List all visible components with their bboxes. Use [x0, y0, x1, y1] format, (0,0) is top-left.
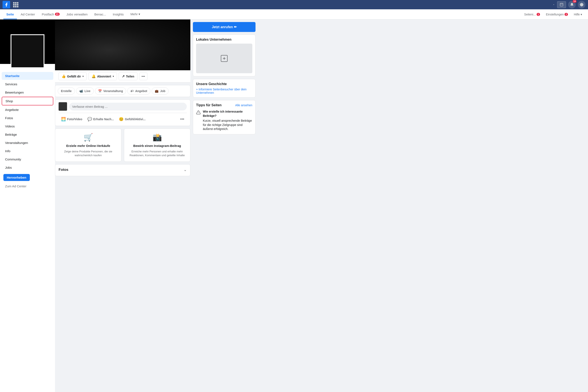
- abonniert-button[interactable]: 🔔 Abonniert ▾: [88, 72, 117, 80]
- angebot-label: Angebot: [135, 89, 147, 93]
- tab-seite[interactable]: Seite: [3, 10, 17, 19]
- gefuehl-icon: 😊: [119, 117, 124, 122]
- sidebar-item-services[interactable]: Services: [2, 80, 53, 88]
- tab-ad-center[interactable]: Ad Center: [18, 10, 38, 19]
- nachrichten-label: Erhalte Nach...: [93, 118, 114, 121]
- tip-text: Wie erstelle ich interessante Beiträge? …: [203, 110, 252, 131]
- create-post-tabs: 🌅 Foto/Video 💬 Erhalte Nach... 😊 Gefühl/…: [59, 113, 187, 123]
- create-post-area: Verfasse einen Beitrag ... 🌅 Foto/Video …: [55, 100, 190, 126]
- apps-grid-icon[interactable]: [13, 2, 18, 8]
- postfach-badge: 21: [55, 13, 60, 16]
- photos-section: Fotos ⌄: [55, 164, 190, 176]
- tab-einstellungen[interactable]: Einstellungen 2: [543, 11, 571, 18]
- sidebar-item-shop[interactable]: Shop: [2, 97, 53, 106]
- topbar: 14: [0, 0, 588, 9]
- hervorheben-button[interactable]: Hervorheben: [3, 174, 30, 181]
- nachrichten-tab[interactable]: 💬 Erhalte Nach...: [85, 115, 116, 123]
- instagram-desc: Erreiche mehr Personen und erhalte mehr …: [128, 150, 187, 157]
- right-sidebar: Jetzt anrufen ✏ Lokales Unternehmen Unse…: [190, 20, 258, 392]
- facebook-logo[interactable]: [2, 1, 10, 8]
- job-label: Job: [160, 89, 165, 93]
- photos-title: Fotos: [59, 168, 68, 172]
- stories-tabs-row: Erstelle 📹 Live 📅 Veranstaltung 🏷 Angebo…: [55, 85, 190, 97]
- job-icon: 💼: [155, 89, 158, 93]
- shop-row-wrapper: Shop: [0, 97, 55, 106]
- tab-insights[interactable]: Insights: [110, 10, 127, 19]
- seiteni-badge: 1: [537, 13, 540, 16]
- more-options-button[interactable]: •••: [139, 72, 147, 80]
- promote-card-online-sales[interactable]: 🛒 Erziele mehr Online-Verkäufe Zeige dei…: [55, 128, 121, 162]
- sidebar-nav: Startseite Services Bewertungen Shop Ang…: [0, 70, 55, 191]
- notifications-button[interactable]: 14: [568, 1, 576, 8]
- veranstaltung-icon: 📅: [98, 89, 102, 93]
- angebot-icon: 🏷: [130, 89, 133, 93]
- tab-mehr[interactable]: Mehr ▾: [128, 9, 143, 19]
- story-link[interactable]: + Informiere Seitenbesucher über dein Un…: [196, 88, 252, 94]
- tab-jobs[interactable]: Jobs verwalten: [63, 10, 90, 19]
- veranstaltung-tab[interactable]: 📅 Veranstaltung: [95, 88, 126, 94]
- create-post-header: Verfasse einen Beitrag ...: [59, 102, 187, 111]
- photos-chevron-icon[interactable]: ⌄: [184, 168, 187, 172]
- tab-postfach[interactable]: Postfach 21: [39, 10, 63, 19]
- live-label: Live: [85, 89, 90, 93]
- tip-alert-icon: [196, 110, 201, 116]
- cover-photo: [55, 20, 190, 70]
- window-button[interactable]: [557, 1, 566, 8]
- dropdown-arrow2: ▾: [113, 75, 114, 78]
- ad-center-link[interactable]: Zum Ad Center: [2, 183, 53, 190]
- action-bar: 👍 Gefällt dir ▾ 🔔 Abonniert ▾ ↗ Teilen •…: [55, 70, 190, 82]
- erstellen-label: Erstelle: [61, 89, 72, 93]
- post-avatar: [59, 102, 67, 111]
- einstellungen-badge: 2: [565, 13, 568, 16]
- sidebar-item-fotos[interactable]: Fotos: [2, 114, 53, 122]
- post-input[interactable]: Verfasse einen Beitrag ...: [69, 103, 187, 110]
- tips-link[interactable]: Alle ansehen: [235, 104, 252, 107]
- avatar: [10, 34, 44, 68]
- center-content: 👍 Gefällt dir ▾ 🔔 Abonniert ▾ ↗ Teilen •…: [55, 20, 190, 392]
- tab-seiteni[interactable]: Seiteni... 1: [522, 11, 543, 18]
- promote-card-instagram[interactable]: 📸 Bewirb einen Instagram-Beitrag Erreich…: [124, 128, 190, 162]
- local-business-card: Lokales Unternehmen: [193, 34, 256, 76]
- sidebar-item-videos[interactable]: Videos: [2, 122, 53, 130]
- local-business-title: Lokales Unternehmen: [196, 38, 252, 42]
- share-icon: ↗: [122, 74, 125, 78]
- sidebar-item-veranstaltungen[interactable]: Veranstaltungen: [2, 139, 53, 147]
- story-title: Unsere Geschichte: [196, 82, 252, 86]
- angebot-tab[interactable]: 🏷 Angebot: [127, 88, 150, 94]
- dropdown-arrow: ▾: [82, 75, 83, 78]
- settings-button[interactable]: [578, 1, 586, 8]
- live-icon: 📹: [79, 89, 83, 93]
- live-tab[interactable]: 📹 Live: [76, 88, 94, 94]
- foto-video-tab[interactable]: 🌅 Foto/Video: [59, 115, 85, 123]
- sidebar-item-info[interactable]: Info: [2, 147, 53, 155]
- tips-title: Tipps für Seiten: [196, 103, 222, 107]
- job-tab[interactable]: 💼 Job: [152, 88, 169, 94]
- tips-header: Tipps für Seiten Alle ansehen: [196, 103, 252, 107]
- create-more-button[interactable]: •••: [178, 115, 187, 123]
- tip-desc-text: Kurze, visuell ansprechende Beiträge für…: [203, 119, 252, 130]
- sidebar-item-jobs[interactable]: Jobs: [2, 164, 53, 172]
- gefuehl-tab[interactable]: 😊 Gefühl/Aktivi...: [116, 115, 148, 123]
- tab-benac[interactable]: Benac...: [91, 10, 109, 19]
- foto-icon: 🌅: [61, 117, 66, 122]
- sidebar-item-angebote[interactable]: Angebote: [2, 106, 53, 114]
- erstellen-tab[interactable]: Erstelle: [58, 88, 75, 94]
- account-dropdown[interactable]: [553, 4, 555, 6]
- sidebar-item-beitraege[interactable]: Beiträge: [2, 130, 53, 138]
- gefaellt-button[interactable]: 👍 Gefällt dir ▾: [58, 72, 87, 80]
- teilen-button[interactable]: ↗ Teilen: [119, 72, 137, 80]
- promote-cards: 🛒 Erziele mehr Online-Verkäufe Zeige dei…: [55, 128, 190, 162]
- tip-item: Wie erstelle ich interessante Beiträge? …: [196, 110, 252, 131]
- call-button[interactable]: Jetzt anrufen ✏: [193, 22, 256, 32]
- online-sales-title: Erziele mehr Online-Verkäufe: [66, 144, 110, 148]
- sidebar-item-community[interactable]: Community: [2, 155, 53, 163]
- nachrichten-icon: 💬: [87, 117, 92, 122]
- sidebar-item-bewertungen[interactable]: Bewertungen: [2, 88, 53, 96]
- thumbs-up-icon: 👍: [61, 74, 66, 78]
- tips-card: Tipps für Seiten Alle ansehen Wie erstel…: [193, 100, 256, 134]
- map-placeholder: [196, 44, 252, 73]
- sidebar-item-startseite[interactable]: Startseite: [2, 72, 53, 80]
- foto-label: Foto/Video: [67, 118, 82, 121]
- tab-hilfe[interactable]: Hilfe ▾: [571, 11, 585, 18]
- story-card: Unsere Geschichte + Informiere Seitenbes…: [193, 79, 256, 98]
